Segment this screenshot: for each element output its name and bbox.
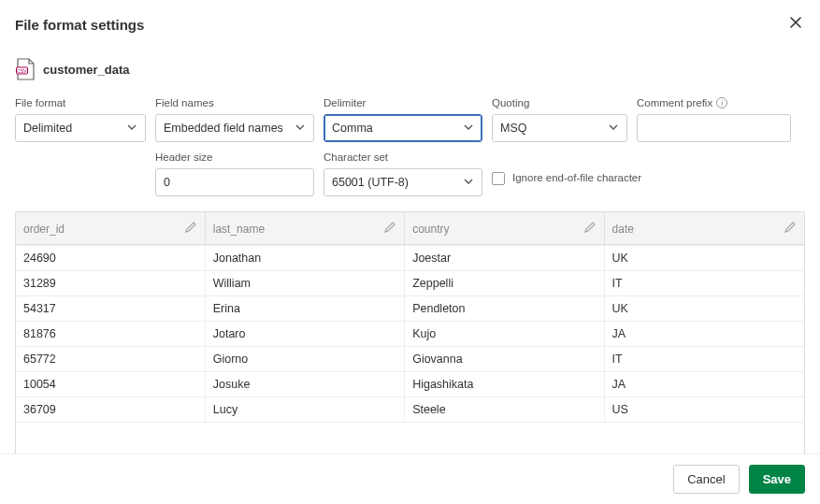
table-cell: US	[605, 396, 804, 422]
header-size-label: Header size	[155, 151, 314, 163]
table-cell: 54317	[16, 295, 206, 321]
dialog-footer: Cancel Save	[0, 454, 820, 504]
save-button[interactable]: Save	[749, 465, 805, 494]
table-row: 10054JosukeHigashikataJA	[16, 371, 804, 396]
table-row: 24690JonathanJoestarUK	[16, 245, 804, 270]
table-cell: IT	[605, 270, 804, 295]
file-name: customer_data	[43, 63, 129, 77]
pencil-icon[interactable]	[784, 221, 797, 237]
table-cell: Jonathan	[206, 245, 405, 270]
delimiter-value: Comma	[332, 122, 373, 135]
table-cell: 65772	[16, 346, 206, 371]
table-cell: 36709	[16, 396, 206, 422]
table-cell: UK	[605, 295, 804, 321]
ignore-eof-checkbox[interactable]: Ignore end-of-file character	[492, 168, 679, 185]
table-cell: Giorno	[206, 346, 405, 371]
file-format-label: File format	[15, 97, 146, 108]
table-cell: William	[206, 270, 405, 295]
chevron-down-icon	[463, 122, 474, 136]
comment-prefix-label: Comment prefix i	[637, 97, 791, 108]
file-format-value: Delimited	[23, 122, 72, 135]
table-cell: 10054	[16, 371, 206, 396]
quoting-label: Quoting	[492, 97, 627, 108]
pencil-icon[interactable]	[583, 221, 597, 237]
cancel-button[interactable]: Cancel	[673, 465, 739, 494]
column-header[interactable]: country	[405, 212, 604, 244]
preview-table: order_id last_name country date 24690Jon…	[15, 211, 805, 469]
file-format-select[interactable]: Delimited	[15, 114, 146, 142]
pencil-icon[interactable]	[184, 221, 197, 237]
column-header[interactable]: last_name	[206, 212, 405, 244]
table-cell: IT	[605, 346, 804, 371]
table-row: 31289WilliamZeppelliIT	[16, 270, 804, 295]
info-icon[interactable]: i	[716, 97, 727, 108]
column-header[interactable]: date	[605, 212, 804, 244]
field-names-value: Embedded field names	[164, 122, 283, 135]
dialog-title: File format settings	[15, 17, 144, 33]
quoting-value: MSQ	[500, 122, 526, 135]
checkbox-icon	[492, 172, 505, 185]
character-set-select[interactable]: 65001 (UTF-8)	[324, 168, 482, 196]
table-row: 36709LucySteeleUS	[16, 396, 804, 422]
csv-file-icon: CSV	[15, 58, 36, 80]
chevron-down-icon	[295, 122, 306, 136]
table-cell: JA	[605, 321, 804, 346]
character-set-value: 65001 (UTF-8)	[332, 176, 409, 189]
chevron-down-icon	[126, 122, 137, 136]
table-cell: Jotaro	[206, 321, 405, 346]
table-cell: Kujo	[405, 321, 604, 346]
table-row: 81876JotaroKujoJA	[16, 321, 804, 346]
field-names-label: Field names	[155, 97, 314, 108]
svg-text:CSV: CSV	[17, 68, 27, 74]
delimiter-select[interactable]: Comma	[324, 114, 482, 142]
table-cell: 31289	[16, 270, 206, 295]
comment-prefix-input[interactable]	[637, 114, 791, 142]
header-size-value: 0	[164, 176, 170, 189]
quoting-select[interactable]: MSQ	[492, 114, 627, 142]
pencil-icon[interactable]	[383, 221, 396, 237]
table-cell: Josuke	[206, 371, 405, 396]
table-header: order_id last_name country date	[16, 212, 804, 245]
chevron-down-icon	[463, 176, 474, 190]
ignore-eof-label: Ignore end-of-file character	[512, 172, 641, 185]
table-cell: 24690	[16, 245, 206, 270]
table-cell: Erina	[206, 295, 405, 321]
chevron-down-icon	[608, 122, 619, 136]
table-row: 65772GiornoGiovannaIT	[16, 346, 804, 371]
header-size-input[interactable]: 0	[155, 168, 314, 196]
table-cell: Steele	[405, 396, 604, 422]
table-row: 54317ErinaPendletonUK	[16, 295, 804, 321]
table-cell: Joestar	[405, 245, 604, 270]
table-cell: 81876	[16, 321, 206, 346]
table-cell: JA	[605, 371, 804, 396]
file-format-settings-dialog: File format settings CSV customer_data F…	[0, 0, 820, 469]
close-icon[interactable]	[786, 13, 805, 36]
table-cell: UK	[605, 245, 804, 270]
column-header[interactable]: order_id	[16, 212, 206, 244]
table-cell: Zeppelli	[405, 270, 604, 295]
table-cell: Pendleton	[405, 295, 604, 321]
delimiter-label: Delimiter	[324, 97, 482, 108]
table-cell: Giovanna	[405, 346, 604, 371]
table-cell: Higashikata	[405, 371, 604, 396]
character-set-label: Character set	[324, 151, 482, 163]
table-cell: Lucy	[206, 396, 405, 422]
field-names-select[interactable]: Embedded field names	[155, 114, 314, 142]
